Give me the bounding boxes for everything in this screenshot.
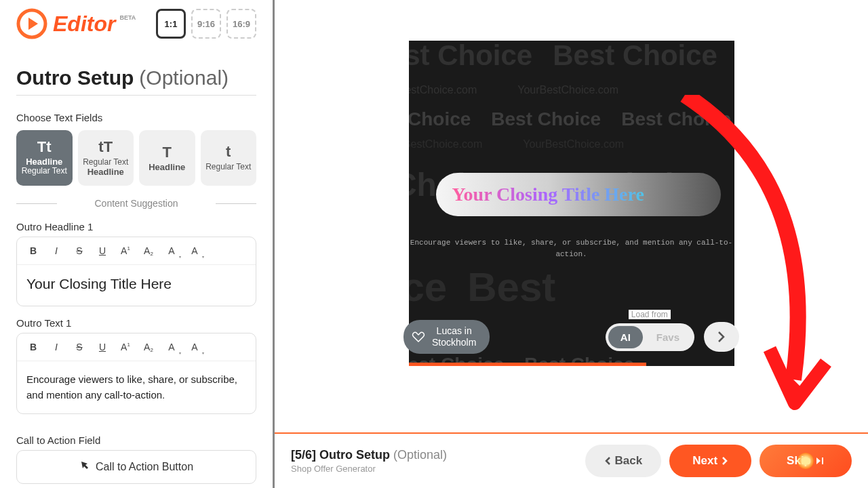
ratio-16-9[interactable]: 16:9 <box>226 9 256 39</box>
generator-name: Shop Offer Generator <box>291 464 447 474</box>
page-title-text: Outro Setup <box>16 66 134 89</box>
page-title: Outro Setup (Optional) <box>16 66 256 96</box>
preview-subtext: Encourage viewers to like, share, or sub… <box>409 237 734 260</box>
outro-headline-label: Outro Headline 1 <box>16 221 256 232</box>
skip-button[interactable]: Skip <box>760 445 852 477</box>
headline-toolbar: B I S U A1 A2 A▾ A▾ <box>17 237 256 265</box>
underline-button[interactable]: U <box>92 241 113 260</box>
italic-button[interactable]: I <box>45 241 67 260</box>
highlight-button[interactable]: A▾ <box>184 241 205 260</box>
preview-progress-bar <box>409 363 646 366</box>
load-from-group: Load from AI Favs <box>606 322 739 352</box>
bold-button[interactable]: B <box>22 338 44 357</box>
outro-headline-input[interactable]: Your Closing Title Here <box>17 265 256 306</box>
page-title-optional: (Optional) <box>139 66 229 89</box>
main: Best ChoiceBest Choice urBestChoice.comY… <box>275 0 868 488</box>
preview-title: Your Closing Title Here <box>436 173 721 216</box>
text-toolbar: B I S U A1 A2 A▾ A▾ <box>17 333 256 361</box>
outro-text-input[interactable]: Encourage viewers to like, share, or sub… <box>17 361 256 413</box>
field-card-icon: t <box>226 144 231 159</box>
outro-headline-editor: B I S U A1 A2 A▾ A▾ Your Closing Title H… <box>16 237 256 306</box>
preview-area: Best ChoiceBest Choice urBestChoice.comY… <box>275 0 868 432</box>
preview-canvas: Best ChoiceBest Choice urBestChoice.comY… <box>409 41 734 366</box>
sidebar: Editor BETA 1:1 9:16 16:9 Outro Setup (O… <box>0 0 275 488</box>
next-button[interactable]: Next <box>669 445 751 477</box>
cta-button[interactable]: Call to Action Button <box>16 450 256 484</box>
load-favs-button[interactable]: Favs <box>644 326 692 348</box>
beta-badge: BETA <box>119 14 136 21</box>
cta-field-label: Call to Action Field <box>16 434 256 446</box>
logo-row: Editor BETA 1:1 9:16 16:9 <box>16 8 256 39</box>
field-card-icon: tT <box>98 140 113 155</box>
field-card-label: Headline <box>149 163 185 171</box>
back-button[interactable]: Back <box>585 445 662 477</box>
heart-icon <box>412 330 425 344</box>
ratio-1-1[interactable]: 1:1 <box>156 9 186 39</box>
step-title: Outro Setup <box>319 448 390 462</box>
field-card-regular-headline[interactable]: tT Regular Text Headline <box>78 130 134 186</box>
superscript-button[interactable]: A1 <box>115 338 136 357</box>
highlight-button[interactable]: A▾ <box>184 338 205 357</box>
skip-icon <box>815 456 825 466</box>
strike-button[interactable]: S <box>68 241 90 260</box>
cursor-icon <box>79 460 90 474</box>
text-color-button[interactable]: A▾ <box>161 241 182 260</box>
load-ai-button[interactable]: AI <box>608 326 643 348</box>
voice-name: Lucas in <box>432 325 476 337</box>
next-button-label: Next <box>692 454 717 468</box>
step-indicator: [5/6] Outro Setup (Optional) <box>291 448 447 462</box>
next-suggestion-button[interactable] <box>704 322 739 352</box>
underline-button[interactable]: U <box>92 338 113 357</box>
voice-pill[interactable]: Lucas in Stockholm <box>403 320 490 354</box>
bold-button[interactable]: B <box>22 241 44 260</box>
back-button-label: Back <box>615 454 643 468</box>
step-optional: (Optional) <box>393 448 447 462</box>
italic-button[interactable]: I <box>45 338 67 357</box>
field-card-sublabel: Headline <box>87 167 124 176</box>
logo-text: Editor <box>53 12 115 37</box>
chevron-right-icon <box>717 331 726 343</box>
strike-button[interactable]: S <box>68 338 90 357</box>
field-card-icon: Tt <box>37 140 52 155</box>
field-cards: Tt Headline Regular Text tT Regular Text… <box>16 130 256 186</box>
field-card-label: Regular Text <box>83 157 128 167</box>
field-card-regular-only[interactable]: t Regular Text <box>201 130 257 186</box>
preview-controls: Lucas in Stockholm Load from AI Favs <box>403 320 739 354</box>
play-icon <box>16 8 47 39</box>
superscript-button[interactable]: A1 <box>115 241 136 260</box>
subscript-button[interactable]: A2 <box>138 338 159 357</box>
load-from-label: Load from <box>629 310 671 319</box>
ratio-9-16[interactable]: 9:16 <box>191 9 221 39</box>
preview-title-text: Your Closing Title Here <box>452 184 644 205</box>
field-card-label: Regular Text <box>205 162 251 171</box>
subscript-button[interactable]: A2 <box>138 241 159 260</box>
field-card-headline-regular[interactable]: Tt Headline Regular Text <box>16 130 73 186</box>
field-card-icon: T <box>163 145 172 160</box>
step-number: [5/6] <box>291 448 316 462</box>
content-suggestion-divider: Content Suggestion <box>16 198 256 209</box>
footer: [5/6] Outro Setup (Optional) Shop Offer … <box>275 432 868 488</box>
chevron-left-icon <box>604 456 611 466</box>
chevron-right-icon <box>722 456 728 466</box>
field-card-label: Headline <box>26 157 62 166</box>
cursor-highlight <box>797 453 814 469</box>
voice-location: Stockholm <box>432 337 476 348</box>
outro-text-label: Outro Text 1 <box>16 317 256 329</box>
aspect-ratio-group: 1:1 9:16 16:9 <box>156 9 256 39</box>
field-card-sublabel: Regular Text <box>22 166 67 176</box>
cta-button-label: Call to Action Button <box>96 461 193 473</box>
logo: Editor BETA <box>16 8 136 39</box>
choose-text-fields-label: Choose Text Fields <box>16 112 256 123</box>
text-color-button[interactable]: A▾ <box>161 338 182 357</box>
field-card-headline-only[interactable]: T Headline <box>139 130 195 186</box>
outro-text-editor: B I S U A1 A2 A▾ A▾ Encourage viewers to… <box>16 333 256 414</box>
